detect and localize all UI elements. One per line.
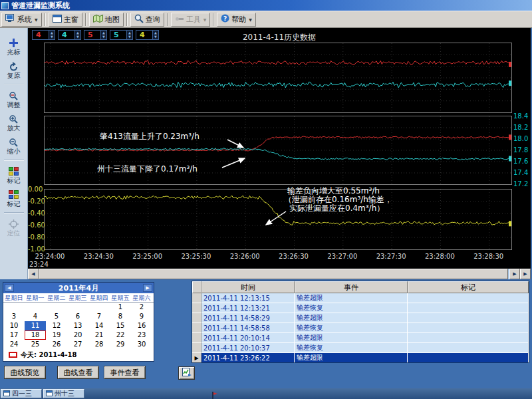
sidebar-item-restore[interactable]: 复原 <box>1 61 27 79</box>
calendar-day-21[interactable]: 21 <box>88 331 110 340</box>
calendar-day-25[interactable]: 25 <box>25 340 46 349</box>
flow-y-axis-label: 18.2 <box>513 124 531 131</box>
calendar-day-10[interactable]: 10 <box>3 321 25 331</box>
curve-spinner-5[interactable]: 4▲▼ <box>136 30 159 40</box>
scrollbar-thumb[interactable] <box>39 269 508 279</box>
calendar-day-16[interactable]: 16 <box>131 321 152 331</box>
sidebar-item-mark2[interactable]: 标记 <box>1 189 27 207</box>
sidebar-item-cursor-cross[interactable]: 光标 <box>1 37 27 56</box>
sidebar-item-zoom-out[interactable]: 缩小 <box>1 136 27 155</box>
calendar-day-19[interactable]: 19 <box>46 331 67 340</box>
calendar-day-11[interactable]: 11 <box>25 321 46 331</box>
sidebar-item-mark[interactable]: 标记 <box>1 166 27 184</box>
calendar-day-26[interactable]: 26 <box>46 340 67 349</box>
calendar-day-9[interactable]: 9 <box>131 312 152 321</box>
calendar-day-14[interactable]: 14 <box>88 321 110 331</box>
calendar-day-7[interactable]: 7 <box>88 312 110 321</box>
calendar-day-name: 星期五 <box>110 293 131 302</box>
calendar-day-22[interactable]: 22 <box>110 331 131 340</box>
sidebar-item-zoom-in[interactable]: 放大 <box>1 113 27 132</box>
calendar-day-28[interactable]: 28 <box>88 340 110 349</box>
event-row[interactable]: 2011-4-11 12:13:15输差超限 <box>192 293 529 303</box>
scroll-right-button[interactable]: ▶ <box>509 269 520 279</box>
toolbar-button-tools: 工具▼ <box>171 13 211 27</box>
annotation-flow-up: 肇413流量上升了0.23m³/h <box>100 131 200 142</box>
calendar-day-27[interactable]: 27 <box>67 340 88 349</box>
calendar-day-29[interactable]: 29 <box>110 340 131 349</box>
calendar-day-17[interactable]: 17 <box>3 331 25 340</box>
event-mark-cell <box>408 293 529 303</box>
calendar-day-13[interactable]: 13 <box>67 321 88 331</box>
adjust-icon <box>9 90 19 101</box>
calendar-day-8[interactable]: 8 <box>110 312 131 321</box>
calendar-prev-icon[interactable]: ◀ <box>5 284 14 292</box>
event-row[interactable]: 2011-4-11 20:10:37输差恢复 <box>192 343 529 353</box>
calendar-today-row[interactable]: 今天: 2011-4-18 <box>3 349 154 360</box>
calendar-day-20[interactable]: 20 <box>67 331 88 340</box>
x-axis-label: 23:28:30 <box>473 253 503 260</box>
event-view-button[interactable]: 事件查看 <box>104 366 146 379</box>
taskbar-tab-1[interactable]: 四一三 <box>1 389 42 398</box>
spinner-down-icon[interactable]: ▼ <box>127 35 132 39</box>
toolbar-button-label: 主窗 <box>64 15 78 25</box>
scroll-start-button[interactable]: ◀ <box>28 269 39 279</box>
calendar-day-4[interactable]: 4 <box>25 312 46 321</box>
export-button[interactable] <box>178 366 195 380</box>
spinner-down-icon[interactable]: ▼ <box>75 35 80 39</box>
toolbar-button-help[interactable]: ?帮助▼ <box>217 13 256 27</box>
chart-horizontal-scrollbar[interactable]: ◀ ▶ ▶ <box>28 269 531 279</box>
toolbar-button-search[interactable]: 查询 <box>130 13 164 27</box>
toolbar-button-window[interactable]: 主窗 <box>49 13 82 27</box>
pressure-chart-panel[interactable] <box>44 43 512 113</box>
column-header[interactable]: 时间 <box>201 281 295 293</box>
sidebar-item-label: 复原 <box>7 72 21 79</box>
sidebar-item-label: 定位 <box>7 230 21 237</box>
event-row[interactable]: ▶2011-4-11 23:26:22输差超限 <box>192 353 529 363</box>
calendar-day-30[interactable]: 30 <box>131 340 152 349</box>
calendar-day-12[interactable]: 12 <box>46 321 67 331</box>
event-mark-cell <box>408 343 529 353</box>
diff-chart-panel[interactable] <box>44 189 512 250</box>
calendar-next-icon[interactable]: ▶ <box>143 284 152 292</box>
window-title: 管道泄漏监测系统 <box>11 1 70 11</box>
toolbar-button-label: 查询 <box>146 15 160 25</box>
event-row[interactable]: 2011-4-11 12:13:21输差恢复 <box>192 303 529 313</box>
calendar-day-2[interactable]: 2 <box>131 303 152 312</box>
spinner-value: 5 <box>84 31 100 39</box>
toolbar-button-map[interactable]: 地图 <box>89 13 124 27</box>
flow-y-axis-label: 18.0 <box>513 136 531 142</box>
curve-preview-button[interactable]: 曲线预览 <box>4 366 46 379</box>
spinner-down-icon[interactable]: ▼ <box>101 35 106 39</box>
curve-view-button[interactable]: 曲线查看 <box>57 366 99 379</box>
spinner-down-icon[interactable]: ▼ <box>153 35 158 39</box>
curve-spinner-2[interactable]: 4▲▼ <box>58 30 81 40</box>
calendar-day-18[interactable]: 18 <box>25 331 46 340</box>
event-row[interactable]: 2011-4-11 20:10:14输差超限 <box>192 333 529 343</box>
row-selector-cell <box>192 323 201 333</box>
column-header[interactable]: 事件 <box>295 281 408 293</box>
event-mark-cell <box>408 333 529 343</box>
column-header[interactable]: 标记 <box>408 281 529 293</box>
calendar-day-23[interactable]: 23 <box>131 331 152 340</box>
calendar-day-6[interactable]: 6 <box>67 312 88 321</box>
calendar-day-24[interactable]: 24 <box>3 340 25 349</box>
annotation-flow-down: 州十三流量下降了0.17m³/h <box>97 164 198 175</box>
sidebar-item-adjust[interactable]: 调整 <box>1 90 27 108</box>
dropdown-caret-icon: ▼ <box>35 17 38 22</box>
curve-spinner-3[interactable]: 5▲▼ <box>84 30 107 40</box>
curve-spinner-4[interactable]: 5▲▼ <box>110 30 133 40</box>
row-selector-header <box>192 281 201 293</box>
spinner-down-icon[interactable]: ▼ <box>49 35 55 39</box>
calendar-day-15[interactable]: 15 <box>110 321 131 331</box>
calendar-day-3[interactable]: 3 <box>3 312 25 321</box>
scroll-end-button[interactable]: ▶ <box>520 269 531 279</box>
calendar-day-1[interactable]: 1 <box>110 303 131 312</box>
event-row[interactable]: 2011-4-11 14:58:58输差恢复 <box>192 323 529 333</box>
curve-spinner-1[interactable]: 4▲▼ <box>32 30 55 40</box>
event-row[interactable]: 2011-4-11 14:58:29输差超限 <box>192 313 529 323</box>
toolbar-button-system[interactable]: 系统▼ <box>1 13 42 27</box>
taskbar-tab-2[interactable]: 州十三 <box>43 389 84 398</box>
calendar-day-5[interactable]: 5 <box>46 312 67 321</box>
flow-y-axis-label: 17.6 <box>513 158 531 165</box>
restore-icon <box>9 61 19 72</box>
